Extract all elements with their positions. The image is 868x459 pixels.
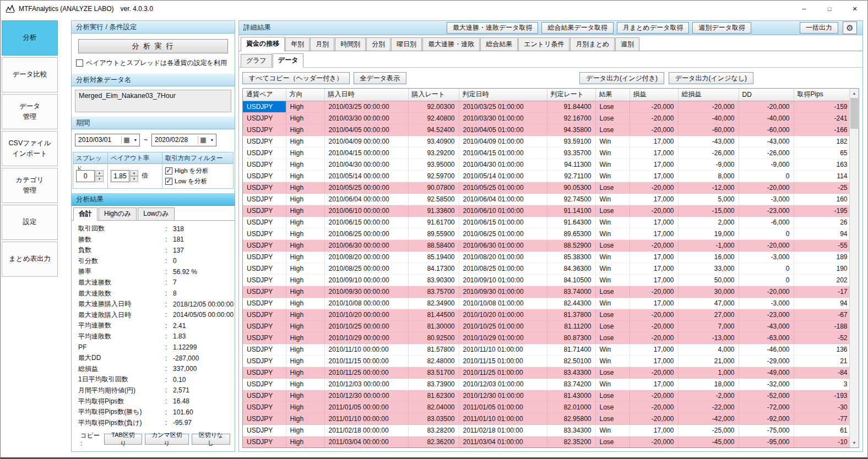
- table-cell[interactable]: -43,000: [739, 320, 794, 332]
- table-cell[interactable]: 2011/03/04 00:00:00: [324, 436, 408, 447]
- table-cell[interactable]: 61: [794, 424, 849, 436]
- close-button[interactable]: ✕: [842, 1, 867, 17]
- table-cell[interactable]: 2011/03/04 01:00:00: [459, 436, 547, 447]
- table-cell[interactable]: 89.55900: [408, 228, 459, 239]
- table-cell[interactable]: USDJPY: [243, 436, 286, 447]
- table-cell[interactable]: -43,000: [678, 135, 739, 147]
- table-cell[interactable]: 90.07800: [408, 182, 459, 193]
- table-cell[interactable]: 81.37800: [547, 309, 595, 320]
- table-cell[interactable]: 17,000: [630, 251, 678, 263]
- table-cell[interactable]: 17,000: [630, 378, 678, 390]
- table-cell[interactable]: 202: [794, 274, 849, 286]
- copy-all-button[interactable]: すべてコピー（ヘッダー付き）: [242, 72, 350, 84]
- table-cell[interactable]: -67: [794, 309, 849, 320]
- table-cell[interactable]: -20,000: [630, 367, 678, 378]
- table-cell[interactable]: 92.74500: [547, 193, 595, 205]
- table-cell[interactable]: USDJPY: [243, 343, 286, 355]
- table-row[interactable]: USDJPYHigh2010/10/29 00:00:0080.92500201…: [243, 332, 849, 343]
- table-row[interactable]: USDJPYHigh2010/11/25 00:00:0083.51700201…: [243, 367, 849, 378]
- table-cell[interactable]: 17,000: [630, 135, 678, 147]
- table-cell[interactable]: 82.35200: [547, 436, 595, 447]
- table-cell[interactable]: USDJPY: [243, 182, 286, 193]
- table-cell[interactable]: 2011/02/18 00:00:00: [324, 424, 408, 436]
- table-cell[interactable]: Win: [595, 228, 630, 239]
- table-cell[interactable]: High: [286, 193, 324, 205]
- table-row[interactable]: USDJPYHigh2011/01/05 00:00:0082.04000201…: [243, 401, 849, 413]
- table-cell[interactable]: -20,000: [630, 401, 678, 413]
- checkbox-icon[interactable]: [76, 59, 83, 67]
- period-to-picker[interactable]: 2020/02/28 ▦ ▼: [151, 134, 216, 146]
- table-cell[interactable]: High: [286, 320, 324, 332]
- table-cell[interactable]: 2010/03/25 00:00:00: [324, 101, 408, 112]
- table-cell[interactable]: 17,000: [630, 193, 678, 205]
- table-cell[interactable]: High: [286, 263, 324, 274]
- table-cell[interactable]: 81.57800: [408, 343, 459, 355]
- table-cell[interactable]: Lose: [595, 320, 630, 332]
- spinner-down-icon[interactable]: ▼: [95, 176, 104, 182]
- tab-monthly[interactable]: 月別: [310, 37, 334, 51]
- table-cell[interactable]: 2010/09/30 00:00:00: [324, 286, 408, 297]
- table-row[interactable]: USDJPYHigh2010/10/25 00:00:0081.30000201…: [243, 320, 849, 332]
- table-cell[interactable]: 136: [794, 343, 849, 355]
- table-cell[interactable]: 163: [794, 159, 849, 170]
- table-cell[interactable]: High: [286, 297, 324, 309]
- column-header[interactable]: 総損益: [678, 89, 739, 101]
- table-row[interactable]: USDJPYHigh2010/04/09 00:00:0093.40900201…: [243, 135, 849, 147]
- sidebar-item-csv-import[interactable]: CSVファイル インポート: [2, 131, 58, 166]
- table-cell[interactable]: 2010/08/25 01:00:00: [459, 263, 547, 274]
- scroll-down-button[interactable]: ▼: [850, 438, 859, 447]
- result-tab-high-only[interactable]: Highのみ: [99, 207, 137, 220]
- table-cell[interactable]: 2010/09/10 00:00:00: [324, 274, 408, 286]
- batch-output-button[interactable]: 一括出力: [800, 22, 838, 34]
- table-cell[interactable]: 80.92500: [408, 332, 459, 343]
- table-row[interactable]: USDJPYHigh2010/11/10 00:00:0081.57800201…: [243, 343, 849, 355]
- table-cell[interactable]: Lose: [595, 332, 630, 343]
- sidebar-item-data-manage[interactable]: データ 管理: [2, 94, 58, 129]
- table-cell[interactable]: 2010/06/25 01:00:00: [459, 228, 547, 239]
- table-cell[interactable]: USDJPY: [243, 309, 286, 320]
- table-cell[interactable]: USDJPY: [243, 367, 286, 378]
- table-cell[interactable]: 2010/10/25 00:00:00: [324, 320, 408, 332]
- table-cell[interactable]: 17,000: [630, 297, 678, 309]
- minimize-button[interactable]: ─: [791, 1, 817, 17]
- table-cell[interactable]: 114: [794, 170, 849, 182]
- table-cell[interactable]: -26,000: [678, 147, 739, 159]
- table-cell[interactable]: USDJPY: [243, 263, 286, 274]
- table-cell[interactable]: 65: [794, 147, 849, 159]
- overall-result-data-button[interactable]: 総合結果データ取得: [541, 22, 614, 34]
- table-cell[interactable]: High: [286, 436, 324, 447]
- table-cell[interactable]: 2010/06/15 00:00:00: [324, 216, 408, 228]
- table-cell[interactable]: -25: [794, 182, 849, 193]
- table-cell[interactable]: 94: [794, 297, 849, 309]
- table-cell[interactable]: 2010/11/15 00:00:00: [324, 355, 408, 367]
- table-cell[interactable]: Win: [595, 343, 630, 355]
- table-cell[interactable]: 17,000: [630, 228, 678, 239]
- spinner-up-icon[interactable]: ▲: [130, 170, 138, 176]
- table-cell[interactable]: USDJPY: [243, 401, 286, 413]
- table-row[interactable]: USDJPYHigh2010/04/30 00:00:0093.95000201…: [243, 159, 849, 170]
- weekly-data-button[interactable]: 週別データ取得: [692, 22, 751, 34]
- table-cell[interactable]: 190: [794, 263, 849, 274]
- table-cell[interactable]: 2010/09/30 01:00:00: [459, 286, 547, 297]
- table-cell[interactable]: -20,000: [630, 309, 678, 320]
- table-cell[interactable]: 182: [794, 135, 849, 147]
- table-cell[interactable]: -1,000: [678, 239, 739, 251]
- table-row[interactable]: USDJPYHigh2011/01/10 00:00:0083.03500201…: [243, 413, 849, 424]
- table-cell[interactable]: -52,000: [739, 390, 794, 401]
- table-cell[interactable]: High: [286, 159, 324, 170]
- table-cell[interactable]: USDJPY: [243, 216, 286, 228]
- table-cell[interactable]: 2010/11/25 00:00:00: [324, 367, 408, 378]
- tab-overall-result[interactable]: 総合結果: [480, 37, 518, 51]
- table-cell[interactable]: 94.52400: [408, 124, 459, 135]
- table-cell[interactable]: Lose: [595, 413, 630, 424]
- table-cell[interactable]: 2010/06/25 00:00:00: [324, 228, 408, 239]
- table-cell[interactable]: 91.61700: [408, 216, 459, 228]
- table-cell[interactable]: High: [286, 367, 324, 378]
- table-cell[interactable]: 2010/11/15 01:00:00: [459, 355, 547, 367]
- table-cell[interactable]: Lose: [595, 309, 630, 320]
- table-cell[interactable]: 89.65300: [547, 228, 595, 239]
- table-cell[interactable]: -20,000: [630, 182, 678, 193]
- table-cell[interactable]: -20,000: [630, 320, 678, 332]
- payout-spinner[interactable]: 1.85 ▲ ▼: [111, 170, 138, 182]
- table-cell[interactable]: USDJPY: [243, 332, 286, 343]
